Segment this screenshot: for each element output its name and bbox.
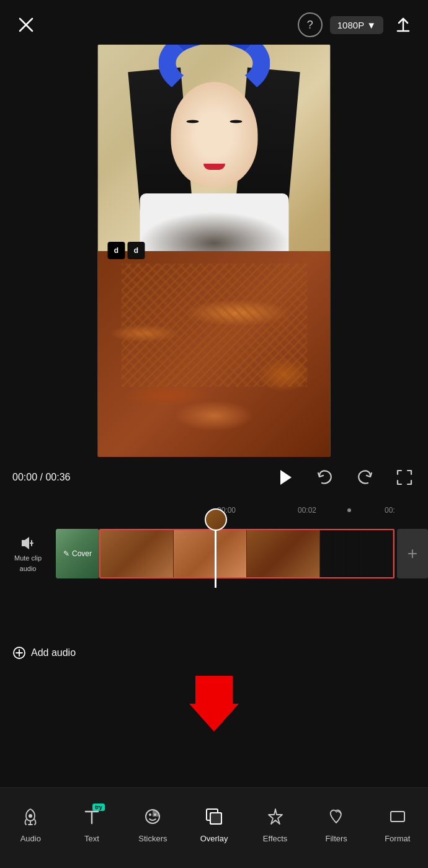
current-time: 00:00 bbox=[12, 472, 37, 482]
text-icon: try bbox=[82, 807, 101, 830]
total-time: 00:36 bbox=[45, 472, 70, 482]
redo-button[interactable] bbox=[354, 466, 376, 489]
playback-controls bbox=[274, 466, 416, 489]
stickers-label: Stickers bbox=[138, 834, 167, 843]
tick-dot-1 bbox=[347, 508, 351, 512]
svg-marker-4 bbox=[280, 470, 292, 485]
mute-label-line1: Mute clip bbox=[14, 554, 42, 562]
toolbar-item-stickers[interactable]: Stickers bbox=[122, 802, 184, 848]
toolbar-item-effects[interactable]: Effects bbox=[244, 802, 306, 848]
top-right-controls: ? 1080P ▼ bbox=[298, 12, 416, 37]
audio-icon bbox=[21, 807, 40, 830]
food-pattern bbox=[121, 264, 307, 388]
format-icon bbox=[388, 807, 407, 830]
strip-frame-2 bbox=[174, 530, 247, 577]
svg-marker-5 bbox=[22, 537, 29, 549]
fullscreen-icon bbox=[395, 468, 414, 487]
resolution-button[interactable]: 1080P ▼ bbox=[330, 16, 383, 34]
video-content: d d bbox=[98, 45, 331, 457]
help-label: ? bbox=[307, 19, 313, 32]
add-audio-icon bbox=[12, 646, 26, 660]
food-area bbox=[98, 251, 331, 458]
eye-left bbox=[186, 120, 198, 123]
svg-rect-21 bbox=[210, 813, 221, 824]
svg-marker-23 bbox=[269, 809, 282, 824]
play-button[interactable] bbox=[274, 466, 296, 489]
toolbar-item-overlay[interactable]: Overlay bbox=[184, 802, 245, 848]
svg-marker-11 bbox=[189, 676, 239, 732]
strip-frame-4 bbox=[320, 530, 393, 577]
playhead bbox=[215, 520, 216, 588]
mute-clip-button[interactable]: Mute clip audio bbox=[14, 534, 42, 573]
redo-icon bbox=[355, 468, 374, 487]
fullscreen-button[interactable] bbox=[393, 466, 416, 489]
red-arrow-icon bbox=[189, 670, 239, 732]
resolution-arrow: ▼ bbox=[367, 20, 376, 30]
cover-thumbnail[interactable]: ✎ Cover bbox=[56, 529, 99, 578]
svg-point-19 bbox=[154, 813, 156, 816]
stickers-icon bbox=[143, 807, 162, 830]
tick-2: 00: bbox=[385, 506, 395, 515]
export-button[interactable] bbox=[391, 12, 416, 37]
text-label: Text bbox=[84, 834, 99, 843]
bottom-toolbar: Audio try Text Stickers bbox=[0, 787, 428, 868]
svg-rect-24 bbox=[391, 812, 404, 822]
video-preview: d d bbox=[98, 45, 331, 457]
format-label: Format bbox=[385, 834, 410, 843]
add-clip-button[interactable]: + bbox=[397, 529, 428, 578]
playback-bar: 00:00 / 00:36 bbox=[0, 462, 428, 493]
top-bar: ? 1080P ▼ bbox=[0, 0, 428, 45]
tiktok-icon-2: d bbox=[128, 242, 145, 259]
playhead-thumbnail bbox=[205, 508, 227, 531]
timeline-area: 00:00 00:02 00: Mute clip audio ✎ Co bbox=[0, 501, 428, 637]
timeline-content: Mute clip audio ✎ Cover + bbox=[0, 520, 428, 588]
resolution-label: 1080P bbox=[337, 20, 364, 30]
watermark: d d bbox=[108, 242, 145, 259]
strip-frame-3 bbox=[247, 530, 320, 577]
toolbar-item-filters[interactable]: Filters bbox=[306, 802, 367, 848]
mute-icon bbox=[19, 534, 37, 552]
time-display: 00:00 / 00:36 bbox=[12, 472, 70, 483]
tick-1: 00:02 bbox=[298, 506, 316, 515]
red-arrow-container bbox=[189, 670, 239, 732]
add-audio-bar[interactable]: Add audio bbox=[0, 639, 428, 667]
video-strip[interactable] bbox=[99, 529, 395, 578]
overlay-icon bbox=[205, 807, 223, 830]
tiktok-icon: d bbox=[108, 242, 125, 259]
filters-icon bbox=[327, 807, 346, 830]
export-icon bbox=[395, 16, 412, 33]
cover-label-text: Cover bbox=[72, 549, 92, 558]
effects-label: Effects bbox=[263, 834, 288, 843]
svg-point-12 bbox=[29, 814, 32, 818]
face bbox=[171, 82, 257, 187]
play-icon bbox=[275, 467, 295, 487]
toolbar-item-text[interactable]: try Text bbox=[61, 802, 123, 848]
add-audio-label: Add audio bbox=[31, 647, 76, 658]
effects-icon bbox=[266, 807, 285, 830]
try-badge: try bbox=[92, 804, 105, 811]
cover-pencil-icon: ✎ bbox=[63, 549, 69, 558]
timeline-left-controls: Mute clip audio bbox=[0, 534, 56, 573]
mute-label-line2: audio bbox=[20, 565, 37, 573]
lips bbox=[203, 164, 225, 170]
close-icon bbox=[17, 16, 35, 33]
overlay-label: Overlay bbox=[200, 834, 228, 843]
toolbar-item-audio[interactable]: Audio bbox=[0, 802, 61, 848]
time-separator: / bbox=[40, 472, 43, 482]
undo-button[interactable] bbox=[314, 466, 336, 489]
close-button[interactable] bbox=[12, 11, 40, 38]
audio-label: Audio bbox=[20, 834, 41, 843]
filters-label: Filters bbox=[325, 834, 347, 843]
cover-label: ✎ Cover bbox=[63, 549, 92, 558]
add-clip-plus-icon: + bbox=[408, 544, 417, 564]
help-button[interactable]: ? bbox=[298, 12, 323, 37]
svg-point-18 bbox=[149, 813, 151, 816]
undo-icon bbox=[316, 468, 334, 487]
food-detail bbox=[121, 264, 307, 388]
eye-right bbox=[230, 120, 242, 123]
toolbar-item-format[interactable]: Format bbox=[367, 802, 428, 848]
strip-frame-1 bbox=[100, 530, 174, 577]
